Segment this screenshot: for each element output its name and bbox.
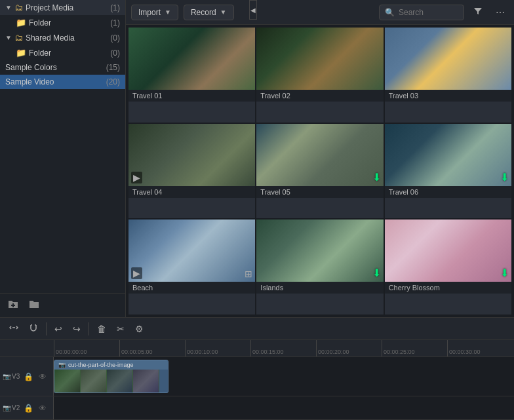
media-item-travel04[interactable]: ▶Travel 04 — [128, 124, 255, 219]
sample-video-count: (20) — [106, 77, 120, 86]
track-v3-label: 📷 V3 — [3, 373, 20, 380]
shared-folder-count: (0) — [110, 48, 120, 58]
download-icon-travel06: ⬇ — [500, 171, 509, 183]
clip-frame-3 — [107, 370, 133, 392]
left-panel-bottom — [0, 293, 125, 317]
project-folder-count: (1) — [110, 18, 120, 28]
media-thumb-cherry: ⬇ — [385, 220, 511, 282]
sidebar-item-sample-colors[interactable]: Sample Colors (15) — [0, 60, 125, 75]
left-panel: ▼ 🗂 Project Media (1) 📁 Folder (1) ▼ 🗂 S… — [0, 0, 126, 317]
download-icon-travel05: ⬇ — [372, 171, 381, 183]
panel-collapse-button[interactable]: ◀ — [249, 0, 257, 20]
track-v3-header: 📷 V3 🔒 👁 — [0, 357, 54, 396]
clip-icon: 📷 — [58, 362, 66, 368]
track-v3-content[interactable]: 📷 cut-the-part-of-the-image — [54, 357, 514, 396]
media-thumb-travel02 — [256, 28, 383, 90]
track-v3-row: 📷 V3 🔒 👁 📷 cut-the-part-of-the-image — [0, 357, 514, 396]
track-v3-id: V3 — [12, 373, 20, 380]
media-label-travel02: Travel 02 — [256, 90, 383, 102]
ruler-mark: 00:00:25:00 — [382, 340, 447, 356]
timeline-area: ↩ ↪ 🗑 ✂ ⚙ 00:00:00:0000:00:05:0000:00:10… — [0, 317, 514, 420]
link-toggle-button[interactable] — [5, 321, 22, 336]
add-folder-button[interactable] — [26, 297, 42, 313]
media-item-islands[interactable]: ⬇Islands — [256, 220, 383, 315]
sidebar-item-project-media[interactable]: ▼ 🗂 Project Media (1) — [0, 0, 125, 15]
media-label-cherry: Cherry Blossom — [385, 282, 511, 294]
import-arrow-icon: ▼ — [165, 9, 171, 16]
media-label-travel01: Travel 01 — [128, 90, 255, 102]
cut-button[interactable]: ✂ — [113, 322, 128, 336]
clip-settings-button[interactable]: ⚙ — [131, 322, 148, 336]
media-label-travel05: Travel 05 — [256, 186, 383, 198]
media-thumb-travel01 — [128, 28, 255, 90]
media-thumb-travel04: ▶ — [128, 124, 255, 186]
track-v2-icon: 📷 — [3, 404, 10, 411]
project-media-count: (1) — [110, 3, 120, 12]
download-icon-cherry: ⬇ — [500, 267, 509, 279]
expand-arrow-project: ▼ — [5, 4, 12, 11]
search-box[interactable]: 🔍 — [379, 5, 464, 20]
media-item-travel05[interactable]: ⬇Travel 05 — [256, 124, 383, 219]
ruler-mark: 00:00:20:00 — [316, 340, 382, 356]
sample-colors-count: (15) — [106, 63, 120, 72]
import-label: Import — [138, 8, 161, 17]
expand-arrow-shared: ▼ — [5, 34, 12, 41]
media-play-icon-beach: ▶ — [131, 267, 142, 279]
media-item-travel01[interactable]: Travel 01 — [128, 28, 255, 123]
track-v2-id: V2 — [12, 404, 20, 411]
clip-label: cut-the-part-of-the-image — [68, 362, 134, 368]
sidebar-item-shared-folder[interactable]: 📁 Folder (0) — [0, 45, 125, 60]
search-input[interactable] — [399, 8, 458, 17]
sidebar-item-project-folder[interactable]: 📁 Folder (1) — [0, 15, 125, 30]
ruler-mark: 00:00:30:00 — [447, 340, 513, 356]
project-media-folder-icon: 🗂 — [14, 3, 23, 12]
media-item-travel06[interactable]: ⬇Travel 06 — [385, 124, 511, 219]
media-label-beach: Beach — [128, 282, 255, 294]
project-media-label: Project Media — [26, 3, 108, 12]
clip-frame-2 — [81, 370, 107, 392]
track-v2-lock-button[interactable]: 🔒 — [22, 402, 35, 414]
track-clip[interactable]: 📷 cut-the-part-of-the-image — [54, 360, 168, 393]
media-thumb-travel03 — [385, 28, 511, 90]
ruler-mark: 00:00:00:00 — [54, 340, 119, 356]
sample-video-label: Sample Video — [5, 77, 104, 86]
media-item-travel02[interactable]: Travel 02 — [256, 28, 383, 123]
timeline-ruler: 00:00:00:0000:00:05:0000:00:10:0000:00:1… — [0, 340, 514, 357]
timeline-toolbar: ↩ ↪ 🗑 ✂ ⚙ — [0, 318, 514, 340]
media-item-travel03[interactable]: Travel 03 — [385, 28, 511, 123]
track-v3-eye-button[interactable]: 👁 — [37, 371, 48, 383]
shared-media-label: Shared Media — [26, 33, 108, 43]
track-v3-number: 📷 — [3, 373, 10, 380]
media-label-islands: Islands — [256, 282, 383, 294]
undo-button[interactable]: ↩ — [50, 322, 66, 336]
track-v2-label: 📷 V2 — [3, 404, 20, 411]
grid-icon-beach: ⊞ — [245, 269, 252, 279]
import-button[interactable]: Import ▼ — [131, 5, 178, 20]
track-v2-content — [54, 396, 514, 419]
record-button[interactable]: Record ▼ — [184, 5, 234, 20]
track-v3-lock-button[interactable]: 🔒 — [22, 371, 35, 383]
shared-media-folder-icon: 🗂 — [14, 33, 23, 43]
sidebar-item-shared-media[interactable]: ▼ 🗂 Shared Media (0) — [0, 30, 125, 45]
toolbar-separator-2 — [89, 322, 89, 335]
track-v2-eye-button[interactable]: 👁 — [37, 402, 48, 414]
media-item-cherry[interactable]: ⬇Cherry Blossom — [385, 220, 511, 315]
media-grid: Travel 01Travel 02Travel 03▶Travel 04⬇Tr… — [126, 25, 514, 317]
magnet-button[interactable] — [25, 321, 42, 336]
track-v2-header: 📷 V2 🔒 👁 — [0, 396, 54, 419]
download-icon-islands: ⬇ — [372, 267, 381, 279]
record-arrow-icon: ▼ — [220, 9, 227, 16]
sidebar-item-sample-video[interactable]: Sample Video (20) — [0, 75, 125, 89]
clip-frame-4 — [133, 370, 159, 392]
redo-button[interactable]: ↪ — [69, 322, 85, 336]
delete-button[interactable]: 🗑 — [93, 322, 110, 336]
media-label-travel06: Travel 06 — [385, 186, 511, 198]
new-folder-button[interactable] — [5, 297, 21, 313]
more-options-button[interactable]: ⋯ — [492, 5, 509, 20]
filter-button[interactable] — [469, 4, 486, 20]
media-play-icon-travel04: ▶ — [131, 172, 142, 183]
media-item-beach[interactable]: ▶⊞Beach — [128, 220, 255, 315]
project-folder-label: Folder — [29, 18, 108, 28]
ruler-mark: 00:00:15:00 — [250, 340, 316, 356]
media-label-travel03: Travel 03 — [385, 90, 511, 102]
